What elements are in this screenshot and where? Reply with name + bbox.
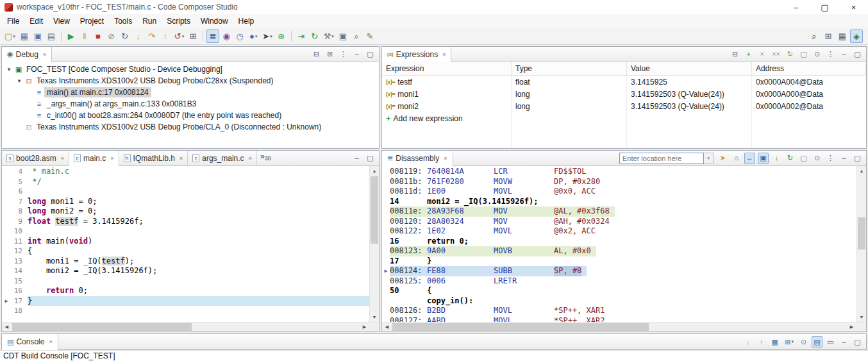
open-new-view-icon[interactable]: ▢ bbox=[798, 49, 809, 60]
remove-all-expressions-icon[interactable]: ×× bbox=[770, 49, 782, 60]
minimize-icon[interactable]: – bbox=[839, 49, 849, 60]
add-expression-row[interactable]: +Add new expression bbox=[382, 112, 866, 124]
new-icon[interactable]: ▢▾ bbox=[3, 29, 17, 43]
edit-source-icon[interactable]: ✎ bbox=[363, 29, 376, 43]
scrollbar-thumb[interactable] bbox=[12, 323, 192, 331]
code-text[interactable]: moni1 = _IQ(testf); bbox=[28, 256, 369, 267]
debug-tree-item[interactable]: ⊡Texas Instruments XDS100v2 USB Debug Pr… bbox=[2, 121, 379, 133]
disassembly-line[interactable]: 00811b:761F0280MOVWDP, #0x280 bbox=[382, 177, 856, 187]
scroll-down-icon[interactable]: ▼ bbox=[370, 312, 379, 322]
expression-row[interactable]: (x)=testffloat3.14159250x0000A004@Data bbox=[382, 76, 866, 88]
location-history-icon[interactable]: ▾ bbox=[704, 153, 714, 164]
minimize-icon[interactable]: – bbox=[839, 153, 849, 164]
collapse-all-icon[interactable]: ⊟ bbox=[311, 49, 322, 60]
menu-tools[interactable]: Tools bbox=[109, 15, 137, 27]
disassembly-line[interactable]: 50{ bbox=[382, 286, 856, 296]
editor-tab-IQmathLib.h[interactable]: hIQmathLib.h× bbox=[119, 151, 188, 165]
disassembly-line[interactable]: 00811d:1E00MOVL@0x0, ACC bbox=[382, 187, 856, 197]
menu-project[interactable]: Project bbox=[75, 15, 109, 27]
open-console-icon[interactable]: ⊞▾ bbox=[783, 336, 796, 348]
show-type-names-icon[interactable]: ⊟ bbox=[730, 49, 740, 60]
scrollbar-thumb[interactable] bbox=[371, 176, 378, 244]
code-text[interactable]: return 0; bbox=[28, 286, 369, 296]
code-text[interactable]: } bbox=[28, 296, 369, 306]
scroll-lock-icon[interactable]: ▤ bbox=[812, 336, 822, 348]
code-area[interactable]: 4 * main.c5 */67long moni1 = 0;8long mon… bbox=[2, 166, 369, 322]
disassembly-line[interactable]: ▶008124:FE88SUBBSP, #8 bbox=[382, 266, 856, 276]
remove-expression-icon[interactable]: × bbox=[756, 49, 767, 60]
scroll-left-icon[interactable]: ◀ bbox=[2, 323, 12, 332]
step-return-icon[interactable]: ↑ bbox=[159, 29, 172, 43]
disassembly-line[interactable]: 008126:B2BDMOVL*SP++, XAR1 bbox=[382, 306, 856, 316]
prev-console-icon[interactable]: ↑ bbox=[756, 336, 767, 348]
step-into-icon[interactable]: ↓ bbox=[132, 29, 145, 43]
edit-perspective-icon[interactable]: ▦ bbox=[836, 29, 849, 43]
scroll-right-icon[interactable]: ▶ bbox=[847, 323, 856, 332]
close-icon[interactable]: × bbox=[43, 51, 46, 58]
editor-vertical-scrollbar[interactable]: ▲ ▼ bbox=[369, 166, 379, 322]
editor-tab-main.c[interactable]: cmain.c× bbox=[69, 151, 119, 165]
refresh-view-icon[interactable]: ↻ bbox=[785, 153, 796, 164]
scrollbar-thumb[interactable] bbox=[392, 323, 649, 331]
scrollbar-thumb[interactable] bbox=[858, 217, 865, 249]
code-text[interactable] bbox=[28, 306, 369, 316]
maximize-icon[interactable]: ▢ bbox=[852, 153, 863, 164]
pin-view-icon[interactable]: ⊙ bbox=[812, 49, 822, 60]
home-icon[interactable]: ⌂ bbox=[731, 153, 742, 164]
debug-tree-item[interactable]: ▾⊡Texas Instruments XDS100v2 USB Debug P… bbox=[2, 75, 379, 87]
debug-tree-item[interactable]: ≡c_int00() at boot28.asm:264 0x0080D7 (t… bbox=[2, 110, 379, 121]
editor-horizontal-scrollbar[interactable]: ◀ ▶ bbox=[2, 322, 369, 332]
save-all-icon[interactable]: ▣ bbox=[31, 29, 44, 43]
expression-row[interactable]: (x)=moni2long3.141592503 (Q-Value(24))0x… bbox=[382, 100, 866, 112]
expander-icon[interactable]: ▾ bbox=[15, 78, 24, 84]
disassembly-line[interactable]: copy_in(): bbox=[382, 296, 856, 306]
disassembly-line[interactable]: 008127:AABDMOVL*SP++, XAR2 bbox=[382, 316, 856, 323]
menu-view[interactable]: View bbox=[48, 15, 75, 27]
reset-cpu-icon[interactable]: ↺▾ bbox=[172, 29, 186, 43]
print-icon[interactable]: ▤ bbox=[45, 29, 58, 43]
flash-icon[interactable]: ⊛ bbox=[275, 29, 288, 43]
registers-icon[interactable]: ⊞ bbox=[187, 29, 199, 43]
code-text[interactable] bbox=[28, 276, 369, 287]
pin-console-icon[interactable]: ⊙ bbox=[798, 336, 809, 348]
disconnect-icon[interactable]: ⊘ bbox=[105, 29, 118, 43]
menu-scripts[interactable]: Scripts bbox=[162, 15, 196, 27]
maximize-icon[interactable]: ▢ bbox=[852, 336, 863, 348]
close-icon[interactable]: × bbox=[179, 155, 183, 162]
trace-icon[interactable]: ◉ bbox=[220, 29, 233, 43]
scroll-right-icon[interactable]: ▶ bbox=[360, 323, 369, 332]
maximize-window-button[interactable]: ▢ bbox=[810, 0, 839, 14]
code-text[interactable] bbox=[28, 226, 369, 237]
code-text[interactable]: moni2 = _IQ(3.1415926f); bbox=[28, 266, 369, 276]
disassembly-line[interactable]: 00811e:28A93F68MOV@AL, #0x3f68 bbox=[382, 206, 856, 217]
column-header-type[interactable]: Type bbox=[512, 62, 627, 75]
code-text[interactable] bbox=[28, 187, 369, 197]
debug-perspective-icon[interactable]: ◈ bbox=[850, 29, 863, 43]
close-icon[interactable]: × bbox=[110, 155, 113, 162]
menu-edit[interactable]: Edit bbox=[24, 15, 48, 27]
search-source-icon[interactable]: ⌕ bbox=[350, 29, 363, 43]
scroll-down-icon[interactable]: ▼ bbox=[857, 312, 866, 322]
terminate-icon[interactable]: ■ bbox=[92, 29, 104, 43]
disassembly-line[interactable]: 008123:9A00MOVBAL, #0x0 bbox=[382, 246, 856, 256]
refresh-icon[interactable]: ↻ bbox=[308, 29, 321, 43]
disassembly-line[interactable]: 17} bbox=[382, 256, 856, 267]
scroll-left-icon[interactable]: ◀ bbox=[382, 323, 392, 332]
screenshot-icon[interactable]: ▣ bbox=[337, 29, 349, 43]
disassembly-area[interactable]: 008119:7640814ALCRFD$$TOL00811b:761F0280… bbox=[382, 166, 856, 322]
code-text[interactable]: { bbox=[28, 246, 369, 256]
minimize-window-button[interactable]: – bbox=[781, 0, 810, 14]
select-pointer-icon[interactable]: ➤▾ bbox=[260, 29, 274, 43]
close-icon[interactable]: × bbox=[49, 339, 52, 345]
clear-console-icon[interactable]: ▭ bbox=[825, 336, 836, 348]
code-text[interactable]: long moni2 = 0; bbox=[28, 206, 369, 217]
column-header-address[interactable]: Address bbox=[752, 62, 866, 75]
code-text[interactable]: * main.c bbox=[28, 167, 369, 177]
close-icon[interactable]: × bbox=[249, 155, 252, 162]
maximize-icon[interactable]: ▢ bbox=[365, 49, 376, 60]
build-icon[interactable]: ⚒▾ bbox=[322, 29, 336, 43]
link-context-icon[interactable]: ▣ bbox=[758, 153, 769, 164]
menu-file[interactable]: File bbox=[2, 15, 24, 27]
locate-pc-icon[interactable]: ➤ bbox=[717, 153, 728, 164]
minimize-icon[interactable]: – bbox=[351, 49, 362, 60]
